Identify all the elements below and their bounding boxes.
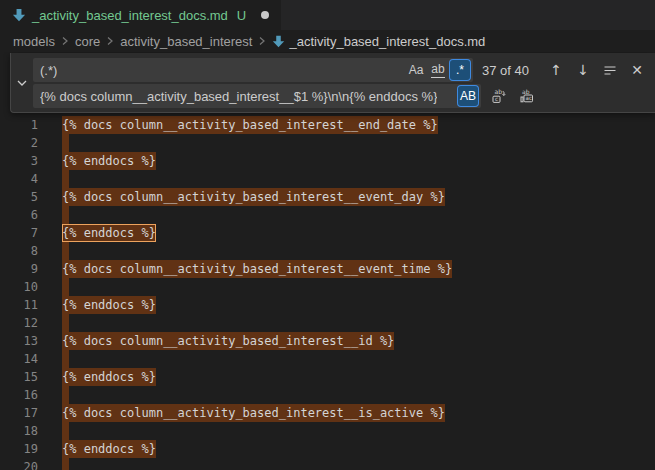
code-area[interactable]: 1{% docs column__activity_based_interest… <box>0 52 655 470</box>
code-line[interactable]: 12 <box>0 314 655 332</box>
svg-text:ab: ab <box>495 88 503 95</box>
code-line[interactable]: 2 <box>0 134 655 152</box>
line-number: 2 <box>0 134 38 152</box>
replace-button[interactable]: ab c <box>488 85 510 107</box>
markdown-file-icon <box>12 8 26 22</box>
code-line[interactable]: 10 <box>0 278 655 296</box>
code-line[interactable]: 3{% enddocs %} <box>0 152 655 170</box>
find-input[interactable]: (.*) Aa ab .* <box>33 58 473 82</box>
find-match <box>62 458 69 470</box>
code-line[interactable]: 5{% docs column__activity_based_interest… <box>0 188 655 206</box>
regex-toggle[interactable]: .* <box>450 60 470 80</box>
line-number: 6 <box>0 206 38 224</box>
line-number: 5 <box>0 188 38 206</box>
line-number: 9 <box>0 260 38 278</box>
code-line[interactable]: 9{% docs column__activity_based_interest… <box>0 260 655 278</box>
breadcrumb: models core activity_based_interest _act… <box>0 30 655 52</box>
tab-bar: _activity_based_interest_docs.md U <box>0 0 655 30</box>
find-match <box>62 350 69 368</box>
find-match <box>62 422 69 440</box>
line-number: 13 <box>0 332 38 350</box>
breadcrumb-segment-core[interactable]: core <box>75 34 100 49</box>
markdown-file-icon <box>272 35 285 48</box>
find-match <box>62 386 69 404</box>
replace-value-text: {% docs column__activity_based_interest_… <box>40 89 437 104</box>
code-line[interactable]: 19{% enddocs %} <box>0 440 655 458</box>
line-number: 1 <box>0 116 38 134</box>
tab-active-file[interactable]: _activity_based_interest_docs.md U <box>0 0 281 30</box>
replace-icon: ab c <box>491 88 507 104</box>
line-number: 12 <box>0 314 38 332</box>
find-match <box>62 242 69 260</box>
code-line[interactable]: 17{% docs column__activity_based_interes… <box>0 404 655 422</box>
vscode-window: _activity_based_interest_docs.md U model… <box>0 0 655 470</box>
line-number: 20 <box>0 458 38 470</box>
editor-pane[interactable]: (.*) Aa ab .* 37 of 40 ↑ ↓ <box>0 52 655 470</box>
find-match <box>62 170 69 188</box>
line-number: 8 <box>0 242 38 260</box>
find-match: {% enddocs %} <box>62 296 156 314</box>
find-widget: (.*) Aa ab .* 37 of 40 ↑ ↓ <box>10 53 655 113</box>
tab-filename: _activity_based_interest_docs.md <box>32 8 228 23</box>
find-match: {% docs column__activity_based_interest_… <box>62 116 438 134</box>
whole-word-toggle[interactable]: ab <box>428 60 448 80</box>
line-number: 10 <box>0 278 38 296</box>
chevron-down-icon <box>16 77 28 89</box>
breadcrumb-segment-models[interactable]: models <box>13 34 55 49</box>
line-number: 3 <box>0 152 38 170</box>
close-find-widget-button[interactable]: ✕ <box>626 59 648 81</box>
code-line[interactable]: 18 <box>0 422 655 440</box>
line-number: 11 <box>0 296 38 314</box>
find-match: {% enddocs %} <box>62 368 156 386</box>
find-match: {% docs column__activity_based_interest_… <box>62 260 452 278</box>
find-match: {% docs column__activity_based_interest_… <box>62 332 394 350</box>
line-number: 17 <box>0 404 38 422</box>
svg-text:ac: ac <box>526 95 533 101</box>
code-line[interactable]: 20 <box>0 458 655 470</box>
replace-input[interactable]: {% docs column__activity_based_interest_… <box>33 84 481 108</box>
match-case-toggle[interactable]: Aa <box>406 60 426 80</box>
preserve-case-toggle[interactable]: AB <box>458 86 478 106</box>
replace-all-icon: ab ac <box>519 88 535 104</box>
find-in-selection-button[interactable] <box>599 59 621 81</box>
line-number: 18 <box>0 422 38 440</box>
code-line[interactable]: 16 <box>0 386 655 404</box>
selection-icon <box>603 63 617 77</box>
find-match: {% enddocs %} <box>62 152 156 170</box>
line-number: 19 <box>0 440 38 458</box>
previous-match-button[interactable]: ↑ <box>545 59 567 81</box>
line-number: 16 <box>0 386 38 404</box>
code-line[interactable]: 11{% enddocs %} <box>0 296 655 314</box>
match-count: 37 of 40 <box>482 63 529 78</box>
unsaved-changes-dot[interactable] <box>261 11 269 19</box>
code-line[interactable]: 1{% docs column__activity_based_interest… <box>0 116 655 134</box>
current-find-match: {% enddocs %} <box>62 224 156 242</box>
chevron-right-icon <box>105 36 115 46</box>
git-status-badge: U <box>237 8 246 23</box>
chevron-right-icon <box>257 36 267 46</box>
code-line[interactable]: 8 <box>0 242 655 260</box>
find-match <box>62 278 69 296</box>
code-line[interactable]: 7{% enddocs %} <box>0 224 655 242</box>
svg-text:c: c <box>495 96 498 102</box>
find-match: {% enddocs %} <box>62 440 156 458</box>
line-number: 7 <box>0 224 38 242</box>
replace-all-button[interactable]: ab ac <box>516 85 538 107</box>
find-match <box>62 206 69 224</box>
line-number: 4 <box>0 170 38 188</box>
find-match <box>62 134 69 152</box>
code-line[interactable]: 14 <box>0 350 655 368</box>
find-match: {% docs column__activity_based_interest_… <box>62 188 445 206</box>
code-line[interactable]: 15{% enddocs %} <box>0 368 655 386</box>
code-line[interactable]: 4 <box>0 170 655 188</box>
toggle-replace-button[interactable] <box>11 53 33 112</box>
code-line[interactable]: 13{% docs column__activity_based_interes… <box>0 332 655 350</box>
line-number: 14 <box>0 350 38 368</box>
next-match-button[interactable]: ↓ <box>572 59 594 81</box>
code-line[interactable]: 6 <box>0 206 655 224</box>
find-query-text: (.*) <box>40 63 57 78</box>
breadcrumb-file[interactable]: _activity_based_interest_docs.md <box>289 34 485 49</box>
svg-text:ab: ab <box>522 88 530 95</box>
breadcrumb-segment-folder[interactable]: activity_based_interest <box>120 34 252 49</box>
find-match <box>62 314 69 332</box>
